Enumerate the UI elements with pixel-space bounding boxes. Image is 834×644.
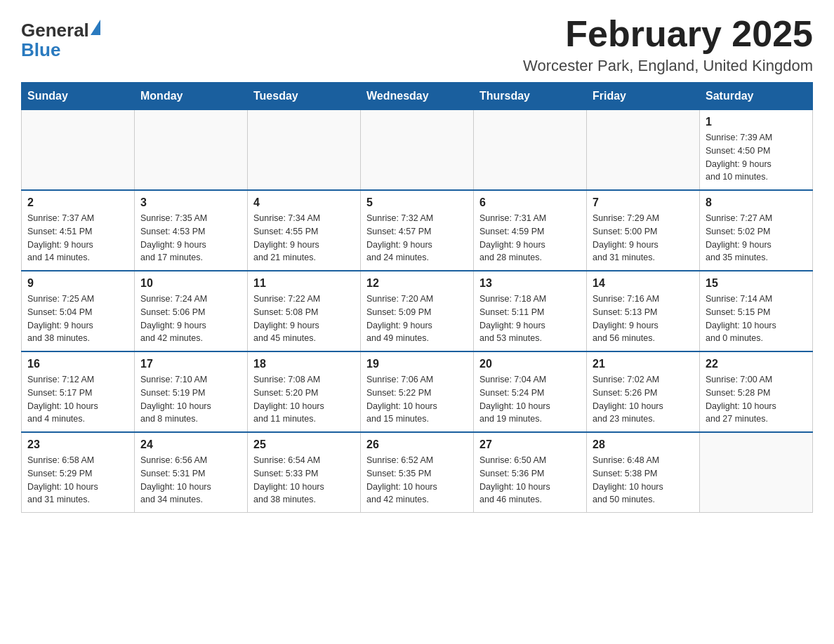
day-info: Sunrise: 7:02 AM Sunset: 5:26 PM Dayligh… — [593, 373, 694, 426]
day-number: 22 — [706, 358, 807, 370]
day-number: 28 — [593, 438, 694, 451]
calendar-cell: 5Sunrise: 7:32 AM Sunset: 4:57 PM Daylig… — [361, 190, 474, 271]
day-number: 20 — [479, 358, 581, 370]
calendar-header-wednesday: Wednesday — [361, 83, 474, 110]
day-info: Sunrise: 7:27 AM Sunset: 5:02 PM Dayligh… — [706, 212, 807, 264]
calendar-cell: 27Sunrise: 6:50 AM Sunset: 5:36 PM Dayli… — [474, 432, 587, 513]
calendar-cell: 3Sunrise: 7:35 AM Sunset: 4:53 PM Daylig… — [135, 190, 248, 271]
calendar-cell: 9Sunrise: 7:25 AM Sunset: 5:04 PM Daylig… — [22, 271, 135, 351]
calendar-cell: 28Sunrise: 6:48 AM Sunset: 5:38 PM Dayli… — [587, 432, 700, 513]
day-info: Sunrise: 7:20 AM Sunset: 5:09 PM Dayligh… — [366, 293, 468, 345]
day-info: Sunrise: 7:06 AM Sunset: 5:22 PM Dayligh… — [366, 373, 468, 426]
day-number: 9 — [27, 277, 128, 290]
calendar-header-monday: Monday — [135, 83, 248, 110]
header: General Blue February 2025 Worcester Par… — [21, 14, 813, 75]
day-info: Sunrise: 7:34 AM Sunset: 4:55 PM Dayligh… — [253, 212, 355, 264]
title-area: February 2025 Worcester Park, England, U… — [523, 14, 813, 75]
calendar-week-row: 16Sunrise: 7:12 AM Sunset: 5:17 PM Dayli… — [22, 351, 813, 432]
calendar-cell: 10Sunrise: 7:24 AM Sunset: 5:06 PM Dayli… — [135, 271, 248, 351]
calendar-cell — [22, 110, 135, 191]
calendar-week-row: 2Sunrise: 7:37 AM Sunset: 4:51 PM Daylig… — [22, 190, 813, 271]
calendar-header-thursday: Thursday — [474, 83, 587, 110]
day-number: 3 — [140, 196, 241, 209]
day-info: Sunrise: 7:24 AM Sunset: 5:06 PM Dayligh… — [140, 293, 241, 345]
calendar-cell: 17Sunrise: 7:10 AM Sunset: 5:19 PM Dayli… — [135, 351, 248, 432]
page-title: February 2025 — [523, 14, 813, 54]
day-info: Sunrise: 7:32 AM Sunset: 4:57 PM Dayligh… — [366, 212, 468, 264]
day-info: Sunrise: 6:52 AM Sunset: 5:35 PM Dayligh… — [366, 454, 468, 507]
day-info: Sunrise: 7:22 AM Sunset: 5:08 PM Dayligh… — [253, 293, 355, 345]
day-number: 12 — [366, 277, 468, 290]
calendar-cell: 7Sunrise: 7:29 AM Sunset: 5:00 PM Daylig… — [587, 190, 700, 271]
calendar-cell — [474, 110, 587, 191]
day-info: Sunrise: 7:04 AM Sunset: 5:24 PM Dayligh… — [479, 373, 581, 426]
day-number: 6 — [479, 196, 581, 209]
calendar-cell: 25Sunrise: 6:54 AM Sunset: 5:33 PM Dayli… — [248, 432, 361, 513]
calendar-cell: 6Sunrise: 7:31 AM Sunset: 4:59 PM Daylig… — [474, 190, 587, 271]
day-number: 15 — [706, 277, 807, 290]
day-number: 4 — [253, 196, 355, 209]
day-number: 26 — [366, 438, 468, 451]
day-number: 10 — [140, 277, 241, 290]
day-number: 13 — [479, 277, 581, 290]
calendar-week-row: 1Sunrise: 7:39 AM Sunset: 4:50 PM Daylig… — [22, 110, 813, 191]
day-number: 18 — [253, 358, 355, 370]
day-info: Sunrise: 7:37 AM Sunset: 4:51 PM Dayligh… — [27, 212, 128, 264]
calendar-cell: 12Sunrise: 7:20 AM Sunset: 5:09 PM Dayli… — [361, 271, 474, 351]
day-number: 8 — [706, 196, 807, 209]
calendar-cell: 18Sunrise: 7:08 AM Sunset: 5:20 PM Dayli… — [248, 351, 361, 432]
calendar-cell: 14Sunrise: 7:16 AM Sunset: 5:13 PM Dayli… — [587, 271, 700, 351]
calendar-cell: 16Sunrise: 7:12 AM Sunset: 5:17 PM Dayli… — [22, 351, 135, 432]
day-info: Sunrise: 6:56 AM Sunset: 5:31 PM Dayligh… — [140, 454, 241, 507]
calendar-cell: 22Sunrise: 7:00 AM Sunset: 5:28 PM Dayli… — [700, 351, 813, 432]
calendar-cell: 1Sunrise: 7:39 AM Sunset: 4:50 PM Daylig… — [700, 110, 813, 191]
day-info: Sunrise: 6:54 AM Sunset: 5:33 PM Dayligh… — [253, 454, 355, 507]
day-info: Sunrise: 7:35 AM Sunset: 4:53 PM Dayligh… — [140, 212, 241, 264]
calendar-header-tuesday: Tuesday — [248, 83, 361, 110]
day-number: 19 — [366, 358, 468, 370]
calendar-header-sunday: Sunday — [22, 83, 135, 110]
calendar-cell: 15Sunrise: 7:14 AM Sunset: 5:15 PM Dayli… — [700, 271, 813, 351]
day-number: 24 — [140, 438, 241, 451]
day-info: Sunrise: 6:48 AM Sunset: 5:38 PM Dayligh… — [593, 454, 694, 507]
day-number: 5 — [366, 196, 468, 209]
day-info: Sunrise: 7:00 AM Sunset: 5:28 PM Dayligh… — [706, 373, 807, 426]
calendar-cell: 8Sunrise: 7:27 AM Sunset: 5:02 PM Daylig… — [700, 190, 813, 271]
day-number: 16 — [27, 358, 128, 370]
logo-text-general: General — [21, 21, 89, 39]
day-number: 17 — [140, 358, 241, 370]
day-number: 23 — [27, 438, 128, 451]
day-info: Sunrise: 7:18 AM Sunset: 5:11 PM Dayligh… — [479, 293, 581, 345]
day-number: 2 — [27, 196, 128, 209]
calendar-cell — [248, 110, 361, 191]
day-number: 11 — [253, 277, 355, 290]
calendar-header-saturday: Saturday — [700, 83, 813, 110]
calendar-cell: 24Sunrise: 6:56 AM Sunset: 5:31 PM Dayli… — [135, 432, 248, 513]
calendar-cell — [135, 110, 248, 191]
day-info: Sunrise: 7:08 AM Sunset: 5:20 PM Dayligh… — [253, 373, 355, 426]
day-number: 14 — [593, 277, 694, 290]
calendar-cell: 20Sunrise: 7:04 AM Sunset: 5:24 PM Dayli… — [474, 351, 587, 432]
logo-triangle-icon — [91, 20, 100, 35]
day-info: Sunrise: 7:10 AM Sunset: 5:19 PM Dayligh… — [140, 373, 241, 426]
calendar-week-row: 23Sunrise: 6:58 AM Sunset: 5:29 PM Dayli… — [22, 432, 813, 513]
day-info: Sunrise: 7:14 AM Sunset: 5:15 PM Dayligh… — [706, 293, 807, 345]
calendar-cell: 21Sunrise: 7:02 AM Sunset: 5:26 PM Dayli… — [587, 351, 700, 432]
calendar-cell — [587, 110, 700, 191]
day-info: Sunrise: 7:31 AM Sunset: 4:59 PM Dayligh… — [479, 212, 581, 264]
calendar-cell: 23Sunrise: 6:58 AM Sunset: 5:29 PM Dayli… — [22, 432, 135, 513]
calendar-table: SundayMondayTuesdayWednesdayThursdayFrid… — [21, 82, 813, 513]
calendar-cell: 26Sunrise: 6:52 AM Sunset: 5:35 PM Dayli… — [361, 432, 474, 513]
day-info: Sunrise: 7:29 AM Sunset: 5:00 PM Dayligh… — [593, 212, 694, 264]
day-info: Sunrise: 7:25 AM Sunset: 5:04 PM Dayligh… — [27, 293, 128, 345]
day-info: Sunrise: 7:12 AM Sunset: 5:17 PM Dayligh… — [27, 373, 128, 426]
day-number: 21 — [593, 358, 694, 370]
logo: General Blue — [21, 21, 100, 59]
day-info: Sunrise: 7:39 AM Sunset: 4:50 PM Dayligh… — [706, 131, 807, 184]
calendar-week-row: 9Sunrise: 7:25 AM Sunset: 5:04 PM Daylig… — [22, 271, 813, 351]
calendar-header-friday: Friday — [587, 83, 700, 110]
day-number: 7 — [593, 196, 694, 209]
day-number: 27 — [479, 438, 581, 451]
day-info: Sunrise: 6:58 AM Sunset: 5:29 PM Dayligh… — [27, 454, 128, 507]
day-info: Sunrise: 6:50 AM Sunset: 5:36 PM Dayligh… — [479, 454, 581, 507]
